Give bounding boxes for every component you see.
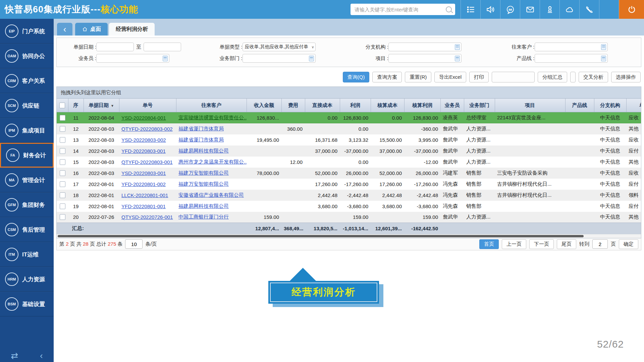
dropdown-icon[interactable]: ∨ xyxy=(311,45,314,49)
button-查询方案[interactable]: 查询方案 xyxy=(372,72,402,82)
filter-input-业务部门[interactable] xyxy=(243,54,316,63)
doc_no-link[interactable]: LLCK-20220801-001 xyxy=(121,192,168,198)
picker-icon[interactable] xyxy=(601,44,606,50)
page-button-下一页[interactable]: 下一页 xyxy=(529,239,554,249)
doc_no-link[interactable]: YFD-20220801-002 xyxy=(121,181,166,187)
page-size-input[interactable] xyxy=(125,239,143,249)
row-checkbox[interactable] xyxy=(60,159,65,165)
table-row[interactable]: 142022-08-03YFD-20220803-001福建易网科技有限公司37… xyxy=(57,145,641,157)
customer-link[interactable]: 福建万安智能有限公司 xyxy=(178,170,229,176)
row-checkbox[interactable] xyxy=(60,115,65,121)
sidebar-item-ma[interactable]: MA管理会计 xyxy=(0,168,54,192)
table-row[interactable]: 202022-07-26QTYSD-20220726-001中国工商银行厦门分行… xyxy=(57,212,641,223)
column-header-salesman[interactable]: 业务员 xyxy=(440,99,464,112)
customer-link[interactable]: 福建易网科技有限公司 xyxy=(178,203,229,209)
column-header-check_profit[interactable]: 核算利润 xyxy=(404,99,440,112)
row-checkbox[interactable] xyxy=(60,126,65,132)
table-row[interactable]: 192022-08-01YFD-20220801-001福建易网科技有限公司3,… xyxy=(57,201,641,212)
column-header-branch[interactable]: 分支机构 xyxy=(594,99,626,112)
sidebar-item-eip[interactable]: EIP门户系统 xyxy=(0,19,54,44)
sidebar-item-csm[interactable]: CSM售后管理 xyxy=(0,217,54,242)
sidebar-item-fa[interactable]: FA财务会计 xyxy=(0,143,54,168)
filter-input-分支机构[interactable] xyxy=(388,43,462,51)
doc_no-link[interactable]: YFD-20220801-001 xyxy=(121,203,166,209)
row-checkbox[interactable] xyxy=(60,137,65,143)
cloud-icon[interactable] xyxy=(559,0,579,19)
table-row[interactable]: 132022-08-03YSD-20220803-002福建省厦门市体育局19,… xyxy=(57,134,641,145)
picker-icon[interactable] xyxy=(163,56,168,61)
row-checkbox[interactable] xyxy=(60,148,65,154)
sidebar-item-gfm[interactable]: GFM集团财务 xyxy=(0,192,54,217)
collapse-chevron-icon[interactable]: ‹ xyxy=(40,351,43,360)
column-header-seq[interactable]: 序 xyxy=(68,99,84,112)
swap-arrows-icon[interactable]: ⇄ xyxy=(11,351,18,360)
table-row[interactable]: 122022-08-03QTYFD-20220803-002福建省厦门市体育局3… xyxy=(57,123,641,134)
horizontal-scrollbar-thumb[interactable] xyxy=(58,235,584,237)
page-button-首页[interactable]: 首页 xyxy=(479,239,499,249)
tab-desktop[interactable]: 桌面 xyxy=(75,23,108,36)
column-header-dept[interactable]: 业务部门 xyxy=(464,99,495,112)
table-row[interactable]: 182022-08-01LLCK-20220801-001安徽省通信产业服务有限… xyxy=(57,190,641,201)
button-导出Excel[interactable]: 导出Excel xyxy=(434,72,466,82)
table-row[interactable]: 112022-08-04YSD-20220804-001宜宾骏继洪骥置业有限责任… xyxy=(57,112,641,123)
customer-link[interactable]: 中国工商银行厦门分行 xyxy=(178,214,229,220)
button-分组汇总[interactable]: 分组汇总 xyxy=(538,72,567,82)
picker-icon[interactable] xyxy=(455,44,460,50)
row-checkbox[interactable] xyxy=(60,170,65,176)
button-打印[interactable]: 打印 xyxy=(469,72,489,82)
table-row[interactable]: 172022-08-01YFD-20220801-002福建万安智能有限公司17… xyxy=(57,179,641,190)
goto-page-input[interactable] xyxy=(592,239,608,249)
search-input[interactable] xyxy=(354,6,446,13)
doc_no-link[interactable]: QTYFD-20220803-001 xyxy=(121,159,173,165)
doc_no-link[interactable]: YSD-20220804-001 xyxy=(121,115,166,121)
search-icon[interactable] xyxy=(446,6,452,12)
row-checkbox[interactable] xyxy=(60,203,65,209)
date-from-input[interactable] xyxy=(96,43,134,51)
table-row[interactable]: 162022-08-03YSD-20220803-001福建万安智能有限公司78… xyxy=(57,168,641,179)
sidebar-item-oam[interactable]: OAM协同办公 xyxy=(0,44,54,68)
doc_no-link[interactable]: YSD-20220803-002 xyxy=(121,137,166,143)
im-icon[interactable]: IM xyxy=(500,0,520,19)
horizontal-scrollbar[interactable] xyxy=(56,234,641,238)
column-header-customer[interactable]: 往来客户 xyxy=(176,99,247,112)
phone-icon[interactable] xyxy=(579,0,599,19)
select-all-checkbox[interactable] xyxy=(59,103,65,108)
column-header-product_line[interactable]: 产品线 xyxy=(565,99,594,112)
button-重置(R)[interactable]: 重置(R) xyxy=(405,72,431,82)
page-button-尾页[interactable]: 尾页 xyxy=(557,239,576,249)
user-icon[interactable] xyxy=(540,0,559,19)
column-header-doc_type[interactable]: 单 xyxy=(626,99,641,112)
tab-back-button[interactable]: ‹ xyxy=(57,23,72,36)
button-选择操作[interactable]: 选择操作 xyxy=(611,72,641,82)
power-icon[interactable] xyxy=(619,0,644,19)
filter-input-业务员[interactable] xyxy=(96,54,169,63)
date-to-input[interactable] xyxy=(144,43,181,51)
customer-link[interactable]: 福建万安智能有限公司 xyxy=(178,181,229,187)
picker-icon[interactable] xyxy=(309,56,314,61)
row-checkbox[interactable] xyxy=(60,192,65,198)
customer-link[interactable]: 福建省厦门市体育局 xyxy=(178,137,224,142)
customer-link[interactable]: 福建易网科技有限公司 xyxy=(178,148,229,154)
column-header-direct_cost[interactable]: 直接成本 xyxy=(305,99,340,112)
row-checkbox[interactable] xyxy=(60,181,65,187)
column-header-profit[interactable]: 利润 xyxy=(340,99,371,112)
doc_no-link[interactable]: QTYSD-20220726-001 xyxy=(121,214,173,220)
button-查询(Q)[interactable]: 查询(Q) xyxy=(343,72,370,82)
doc_no-link[interactable]: YFD-20220803-001 xyxy=(121,148,166,154)
customer-link[interactable]: 福建省厦门市体育局 xyxy=(178,126,224,131)
doc_no-link[interactable]: YSD-20220803-001 xyxy=(121,170,166,176)
filter-input-项目[interactable] xyxy=(388,54,462,63)
column-header-expense[interactable]: 费用 xyxy=(281,99,305,112)
column-header-check_cost[interactable]: 核算成本 xyxy=(371,99,404,112)
sidebar-item-bsm[interactable]: BSM基础设置 xyxy=(0,292,54,316)
goto-confirm-button[interactable]: 确定 xyxy=(619,239,638,249)
customer-link[interactable]: 惠州市龙之泉温泉开发有限公... xyxy=(178,159,247,165)
column-header-date[interactable]: 单据日期▼ xyxy=(84,99,119,112)
button-交叉分析[interactable]: 交叉分析 xyxy=(579,72,608,82)
global-search[interactable] xyxy=(351,4,455,15)
filter-input-往来客户[interactable] xyxy=(535,43,608,51)
filter-input-产品线[interactable] xyxy=(535,54,608,63)
customer-link[interactable]: 安徽省通信产业服务有限公司 xyxy=(178,192,244,198)
picker-icon[interactable] xyxy=(455,56,460,61)
column-header-doc_no[interactable]: 单号 xyxy=(119,99,176,112)
